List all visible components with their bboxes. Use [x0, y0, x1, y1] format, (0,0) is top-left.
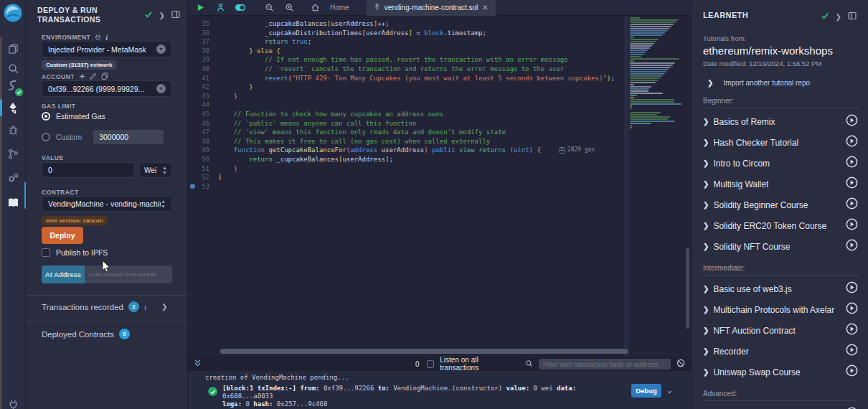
source-control-icon[interactable]	[0, 143, 26, 164]
estimated-gas-radio[interactable]: Estimated Gas	[42, 112, 105, 121]
code-line[interactable]: 52}	[188, 173, 630, 182]
gutter[interactable]	[188, 83, 197, 92]
unit-stepper-icon[interactable]: ▲▼	[162, 165, 167, 175]
chevron-right-icon[interactable]: ❯	[703, 368, 709, 376]
tutorial-item-multichain-protocols-with-axelar[interactable]: ❯Multichain Protocols with Axelar	[692, 299, 868, 320]
code-line[interactable]: 37 return true;	[188, 37, 630, 47]
gutter[interactable]	[188, 164, 197, 174]
code-line[interactable]: 53	[188, 182, 630, 192]
gutter[interactable]	[188, 47, 197, 56]
pin-panel-icon[interactable]	[171, 9, 180, 22]
chevron-right-icon[interactable]: ❯	[703, 326, 709, 334]
play-tutorial-icon[interactable]	[846, 197, 858, 212]
tutorial-item-multisig-wallet[interactable]: ❯Multisig Wallet	[692, 174, 868, 194]
import-tutorial-repo[interactable]: ❯ Import another tutorial repo	[707, 79, 857, 87]
plug-connector-icon[interactable]	[0, 393, 26, 409]
code-line[interactable]: 40 // 'revert' cancels the transaction a…	[188, 65, 630, 74]
close-tab-icon[interactable]: ✕	[482, 4, 488, 11]
learneth-icon[interactable]	[0, 192, 26, 213]
account-options-icon[interactable]: ▾	[156, 84, 166, 93]
gutter[interactable]	[188, 100, 197, 110]
chevron-right-icon[interactable]: ❯	[703, 138, 709, 146]
at-address-button[interactable]: At Address	[42, 265, 85, 283]
code-line[interactable]: 38 } else {	[188, 47, 630, 56]
chevron-right-icon[interactable]: ❯	[703, 180, 709, 188]
tutorial-item-solidity-beginner-course[interactable]: ❯Solidity Beginner Course	[692, 194, 868, 215]
play-tutorial-icon[interactable]	[846, 365, 858, 380]
environment-options-icon[interactable]: ▾	[156, 44, 166, 54]
gutter[interactable]	[188, 29, 197, 38]
code-line[interactable]: 39 // If not enough time has passed, rev…	[188, 55, 630, 65]
deploy-run-icon[interactable]	[0, 97, 26, 118]
play-tutorial-icon[interactable]	[846, 156, 858, 171]
editor-hscroll-thumb[interactable]	[220, 349, 628, 354]
gutter[interactable]	[188, 155, 197, 164]
tutorial-item-intro-to-circom[interactable]: ❯Intro to Circom	[692, 153, 868, 174]
code-line[interactable]: 49 function getCupcakeBalanceFor(address…	[188, 146, 630, 155]
chevron-right-icon[interactable]: ❯	[159, 11, 165, 19]
gutter[interactable]	[188, 65, 197, 74]
chevron-right-icon[interactable]: ❯	[161, 303, 167, 311]
code-editor[interactable]: 35 _cupcakeBalances[userAddress]++;36 _c…	[188, 16, 691, 357]
play-tutorial-icon[interactable]	[846, 135, 858, 150]
play-tutorial-icon[interactable]	[846, 302, 858, 317]
tutorial-item-solidity-nft-course[interactable]: ❯Solidity NFT Course	[692, 236, 868, 257]
toggle-icon[interactable]	[234, 1, 247, 14]
gutter[interactable]	[188, 110, 197, 119]
deploy-button[interactable]: Deploy	[42, 227, 83, 244]
code-line[interactable]: 36 _cupcakeDistributionTimes[userAddress…	[188, 29, 630, 38]
code-line[interactable]: 35 _cupcakeBalances[userAddress]++;	[188, 19, 630, 29]
terminal-log[interactable]: creation of VendingMachine pending... [b…	[188, 371, 691, 409]
chevron-right-icon[interactable]: ❯	[703, 306, 709, 314]
play-tutorial-icon[interactable]	[846, 344, 858, 359]
value-input[interactable]: 0	[42, 162, 135, 178]
tutorial-item-nft-auction-contract[interactable]: ❯NFT Auction Contract	[692, 320, 868, 341]
chevron-right-icon[interactable]: ❯	[703, 201, 709, 209]
tutorial-item-solidity-erc20-token-course[interactable]: ❯Solidity ERC20 Token Course	[692, 215, 868, 236]
tutorial-item-basics-of-remix[interactable]: ❯Basics of Remix	[692, 111, 868, 132]
play-tutorial-icon[interactable]	[846, 218, 858, 233]
code-line[interactable]: 47 // 'view' means this function only re…	[188, 128, 630, 137]
panel-vscroll-thumb[interactable]	[686, 248, 689, 329]
chevron-right-icon[interactable]: ❯	[703, 222, 709, 230]
terminal-filter-input[interactable]	[539, 359, 671, 370]
publish-ipfs-row[interactable]: Publish to IPFS	[42, 248, 108, 257]
home-icon[interactable]	[308, 1, 321, 14]
gutter[interactable]	[188, 128, 197, 137]
tutorial-item-recorder[interactable]: ❯Recorder	[692, 341, 868, 362]
gutter[interactable]	[188, 19, 197, 29]
play-tutorial-icon[interactable]	[846, 177, 858, 192]
account-select[interactable]: 0xf39...92266 (9999.99929... ▾	[42, 80, 172, 97]
chevron-right-icon[interactable]: ❯	[703, 118, 709, 126]
chevron-right-icon[interactable]: ❯	[703, 243, 709, 250]
publish-ipfs-checkbox[interactable]	[42, 248, 50, 257]
breakpoint-marker[interactable]	[188, 182, 197, 192]
code-line[interactable]: 41 revert("HTTP 429: Too Many Cupcakes (…	[188, 74, 630, 83]
gutter[interactable]	[188, 74, 197, 83]
chevron-right-icon[interactable]: ❯	[703, 285, 709, 293]
code-line[interactable]: 44	[188, 100, 630, 110]
tutorial-item-basic-use-of-web3-js[interactable]: ❯Basic use of web3.js	[692, 278, 868, 299]
plugin-manager-icon[interactable]	[0, 167, 26, 189]
expand-tx-icon[interactable]: ⌄	[667, 385, 672, 395]
gutter[interactable]	[188, 55, 197, 65]
gutter[interactable]	[188, 37, 197, 47]
run-script-icon[interactable]	[194, 1, 207, 14]
collapse-terminal-icon[interactable]	[194, 357, 202, 370]
code-line[interactable]: 46 // 'public' means anyone can call thi…	[188, 119, 630, 128]
tutorial-item-hash-checker-tutorial[interactable]: ❯Hash Checker Tutorial	[692, 132, 868, 153]
debugger-icon[interactable]	[0, 119, 26, 141]
radio-selected-icon[interactable]	[42, 112, 50, 121]
file-explorer-icon[interactable]	[0, 37, 26, 59]
radio-unselected-icon[interactable]	[42, 133, 50, 141]
gutter[interactable]	[188, 146, 197, 155]
tutorial-item-all-about-proxy-contracts[interactable]: ❯All about Proxy Contracts	[692, 404, 868, 409]
transactions-recorded-row[interactable]: Transactions recorded 2 i ❯	[42, 301, 167, 312]
custom-gas-input[interactable]	[93, 130, 164, 144]
at-address-input[interactable]	[85, 265, 172, 283]
tab-vending-machine-contract[interactable]: vending-machine-contract.sol ✕	[367, 0, 496, 16]
chevron-right-icon[interactable]: ❯	[703, 347, 709, 355]
contract-select[interactable]: VendingMachine - vending-machin ▲▼	[42, 196, 172, 212]
play-tutorial-icon[interactable]	[846, 239, 858, 254]
play-tutorial-icon[interactable]	[846, 323, 858, 338]
